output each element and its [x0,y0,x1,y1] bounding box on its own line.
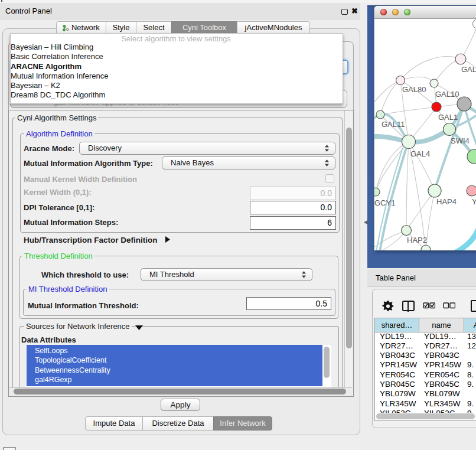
svg-text:GAL4: GAL4 [410,149,430,158]
svg-text:GAL1: GAL1 [438,113,458,122]
svg-text:GAL80: GAL80 [402,85,426,94]
svg-text:GAL11: GAL11 [382,120,405,129]
svg-text:HAP2: HAP2 [407,236,427,244]
svg-text:GCY1: GCY1 [374,198,395,207]
svg-text:SWI4: SWI4 [451,136,470,145]
svg-text:Y: Y [472,197,476,206]
svg-text:GAL10: GAL10 [435,90,459,99]
svg-text:HAP4: HAP4 [436,197,457,206]
svg-text:GAL7: GAL7 [461,65,476,74]
